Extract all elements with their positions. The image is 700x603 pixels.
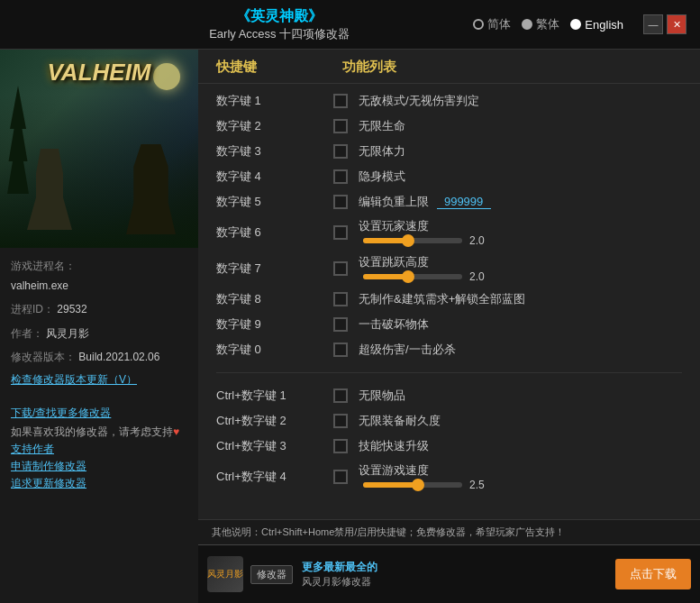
header-row: 快捷键 功能列表 [198,50,700,84]
checkbox-8[interactable] [333,292,348,306]
ad-subtitle: 风灵月影修改器 [302,575,606,589]
jump-slider-track[interactable] [363,274,462,279]
checkbox-4[interactable] [333,169,348,184]
weight-input[interactable] [437,195,491,209]
shortcut-row-3: 数字键 3 无限体力 [198,139,700,164]
shortcuts-area: 数字键 1 无敌模式/无视伤害判定 数字键 2 无限生命 数字键 3 无限体力 … [198,84,700,519]
right-panel: 快捷键 功能列表 数字键 1 无敌模式/无视伤害判定 数字键 2 无限生命 数字… [198,50,700,603]
request-mod-link[interactable]: 申请制作修改器 [11,459,187,474]
moon-decoration [153,63,180,90]
ad-text-area: 更多最新最全的 风灵月影修改器 [302,560,606,589]
author-info: 作者： 风灵月影 [11,324,187,344]
left-info: 游戏进程名： valheim.exe 进程ID： 29532 作者： 风灵月影 … [0,248,198,399]
shortcut-row-4: 数字键 4 隐身模式 [198,164,700,189]
shortcut-row-5: 数字键 5 编辑负重上限 [198,189,700,215]
check-update-link[interactable]: 检查修改器版本更新（V） [11,370,187,390]
update-mod-link[interactable]: 追求更新修改器 [11,476,187,491]
shortcut-row-ctrl2: Ctrl+数字键 2 无限装备耐久度 [198,408,700,434]
radio-simplified [473,19,484,30]
ad-logo-icon: 风灵 月影 [207,556,243,592]
author-value: 风灵月影 [46,327,89,340]
ad-title: 更多最新最全的 [302,560,606,575]
process-label: 游戏进程名： valheim.exe [11,257,187,296]
minimize-button[interactable]: — [643,14,663,34]
separator [198,362,700,370]
shortcut-row-2: 数字键 2 无限生命 [198,114,700,139]
ad-logo-area: 风灵 月影 修改器 [207,556,293,592]
checkbox-3[interactable] [333,144,348,159]
win-controls: — ✕ [643,14,686,34]
shortcut-row-ctrl4: Ctrl+数字键 4 设置游戏速度 2.5 [198,459,700,495]
lang-option-english[interactable]: English [570,18,623,32]
label-2: 无限生命 [359,118,682,134]
radio-traditional [522,19,532,30]
lang-label-traditional: 繁体 [536,16,559,32]
support-text: 如果喜欢我的修改器，请考虑支持♥ [11,425,179,438]
main-content: VALHEIM 游戏进程名： valheim.exe 进程ID： 29532 作… [0,50,700,603]
checkbox-10[interactable] [333,343,348,357]
checkbox-ctrl4[interactable] [333,470,348,484]
label-ctrl3: 技能快速升级 [359,438,682,454]
gamespeed-slider-thumb[interactable] [412,479,424,491]
checkbox-ctrl3[interactable] [333,439,348,453]
separator2 [198,376,700,383]
key-9: 数字键 9 [216,316,333,333]
header-functions: 功能列表 [342,59,682,76]
key-10: 数字键 0 [216,342,333,358]
jump-slider-thumb[interactable] [402,270,414,283]
key-ctrl3: Ctrl+数字键 3 [216,438,333,454]
ad-download-button[interactable]: 点击下载 [615,559,691,589]
ad-modifier-badge: 修改器 [250,565,293,584]
support-author-link[interactable]: 支持作者 [11,442,187,457]
title-sub: Early Access 十四项修改器 [86,26,473,42]
left-links: 下载/查找更多修改器 如果喜欢我的修改器，请考虑支持♥ 支持作者 申请制作修改器… [0,399,198,498]
shortcut-row-10: 数字键 0 超级伤害/一击必杀 [198,337,700,362]
key-7: 数字键 7 [216,260,333,277]
label-ctrl4: 设置游戏速度 2.5 [359,462,682,491]
key-ctrl4: Ctrl+数字键 4 [216,469,333,485]
gamespeed-value: 2.5 [469,479,492,491]
shortcut-row-6: 数字键 6 设置玩家速度 2.0 [198,215,700,251]
shortcut-row-8: 数字键 8 无制作&建筑需求+解锁全部蓝图 [198,287,700,312]
checkbox-ctrl1[interactable] [333,388,348,403]
game-image: VALHEIM [0,50,198,248]
close-button[interactable]: ✕ [667,14,686,34]
checkbox-5[interactable] [333,195,348,209]
download-link[interactable]: 下载/查找更多修改器 [11,406,187,421]
checkbox-2[interactable] [333,119,348,133]
checkbox-9[interactable] [333,317,348,332]
character-1 [27,149,72,230]
checkbox-6[interactable] [333,225,348,240]
gamespeed-slider-container: 2.5 [363,479,682,491]
speed-slider-track[interactable] [363,238,462,243]
label-ctrl2: 无限装备耐久度 [359,413,682,429]
speed-slider-thumb[interactable] [402,234,414,247]
key-6: 数字键 6 [216,224,333,241]
checkbox-7[interactable] [333,261,348,276]
lang-option-traditional[interactable]: 繁体 [522,16,559,32]
jump-value: 2.0 [469,270,492,283]
key-ctrl1: Ctrl+数字键 1 [216,388,333,404]
gamespeed-slider-track[interactable] [363,482,462,488]
gamespeed-slider-fill [363,482,418,488]
title-bar: 《英灵神殿》 Early Access 十四项修改器 简体 繁体 English… [0,0,700,50]
label-8: 无制作&建筑需求+解锁全部蓝图 [359,291,682,307]
shortcut-row-ctrl1: Ctrl+数字键 1 无限物品 [198,383,700,408]
key-ctrl2: Ctrl+数字键 2 [216,413,333,429]
bottom-info: 其他说明：Ctrl+Shift+Home禁用/启用快捷键；免费修改器，希望玩家广… [198,519,700,544]
version-info: 修改器版本： Build.2021.02.06 [11,348,187,368]
version-value: Build.2021.02.06 [78,351,159,363]
character-2 [126,144,176,234]
key-1: 数字键 1 [216,93,333,109]
lang-label-simplified: 简体 [487,16,511,32]
label-1: 无敌模式/无视伤害判定 [359,93,682,109]
lang-option-simplified[interactable]: 简体 [473,16,511,32]
shortcut-row-7: 数字键 7 设置跳跃高度 2.0 [198,251,700,287]
label-9: 一击破坏物体 [359,316,682,333]
checkbox-ctrl2[interactable] [333,414,348,428]
game-scene [0,95,198,248]
checkbox-1[interactable] [333,94,348,108]
ad-banner: 风灵 月影 修改器 更多最新最全的 风灵月影修改器 点击下载 [198,544,700,603]
label-10: 超级伤害/一击必杀 [359,342,682,358]
left-panel: VALHEIM 游戏进程名： valheim.exe 进程ID： 29532 作… [0,50,198,603]
